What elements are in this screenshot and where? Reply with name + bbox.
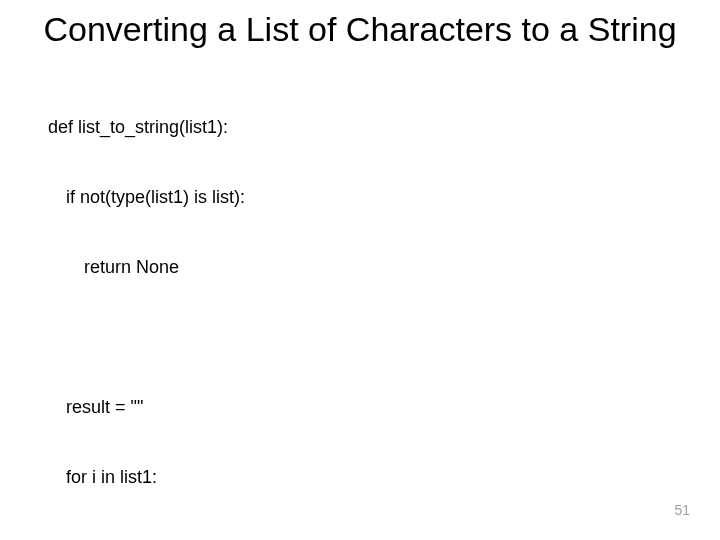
code-line: if not(type(i) is str): xyxy=(48,537,720,540)
code-line: def list_to_string(list1): xyxy=(48,116,720,139)
page-number: 51 xyxy=(674,502,690,518)
slide-title: Converting a List of Characters to a Str… xyxy=(40,10,680,49)
blank-line xyxy=(48,326,720,349)
code-line: result = "" xyxy=(48,396,720,419)
code-line: for i in list1: xyxy=(48,466,720,489)
slide: Converting a List of Characters to a Str… xyxy=(0,0,720,540)
code-block: def list_to_string(list1): if not(type(l… xyxy=(0,69,720,540)
code-line: return None xyxy=(48,256,720,279)
code-line: if not(type(list1) is list): xyxy=(48,186,720,209)
